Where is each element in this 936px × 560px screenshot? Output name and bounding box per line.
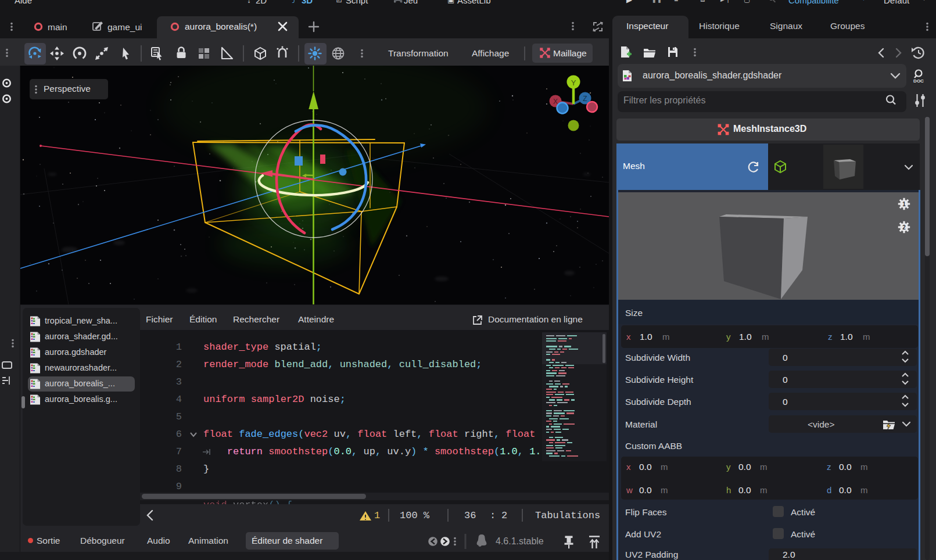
svg-text:Y: Y <box>571 78 576 87</box>
svg-text:X: X <box>553 98 558 106</box>
svg-text:Z: Z <box>583 95 587 103</box>
